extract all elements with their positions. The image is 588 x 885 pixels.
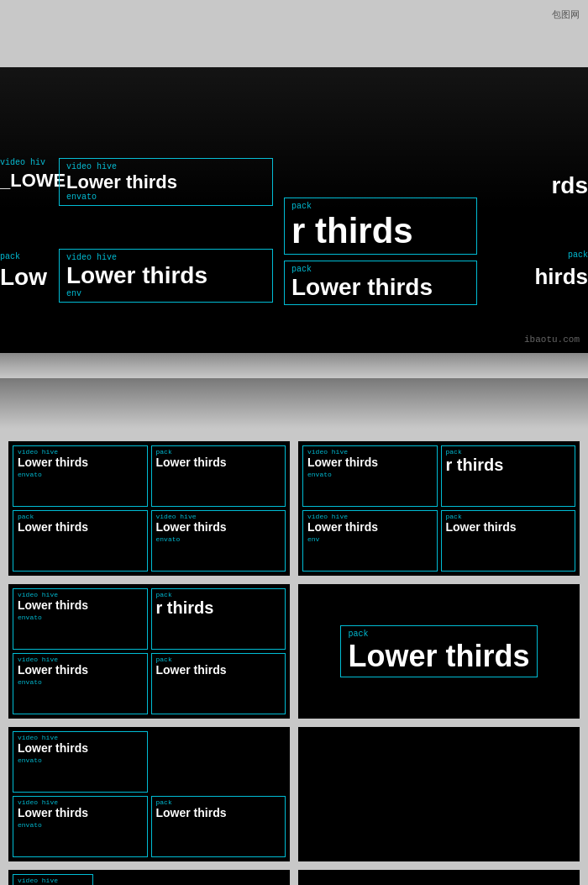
- card1-main-text: Lower thirds: [66, 172, 265, 192]
- thumb-box-1-right: video hive Lower thirds envato pack r th…: [298, 441, 580, 576]
- mini-card-10: pack r thirds: [151, 588, 286, 650]
- edge-text-right-main1: rds: [551, 172, 588, 199]
- edge-text-right-top2: pack: [568, 250, 588, 260]
- edge-text-right-main2: hirds: [534, 264, 588, 290]
- thumb-box-2-left: video hive Lower thirds envato pack r th…: [8, 584, 290, 719]
- edge-text-left-main1: _LOWE: [0, 170, 66, 192]
- monitor-stand: [0, 353, 588, 378]
- mini-card-large-1: pack Lower thirds: [340, 625, 537, 677]
- mini-card-14-area: [151, 731, 286, 793]
- thumb-row-4-partial: video hive Lower thirds: [8, 870, 580, 885]
- mini-card-8: pack Lower thirds: [441, 510, 576, 572]
- thumb-box-4-right: [298, 870, 580, 885]
- card3-sub-bottom: env: [66, 289, 265, 298]
- mini-card-4: video hive Lower thirds envato: [151, 510, 286, 572]
- ibaotu-watermark: ibaotu.com: [524, 335, 580, 345]
- top-gray-area: 包图网: [0, 0, 588, 67]
- edge-text-left-top1: video hiv: [0, 158, 45, 167]
- mini-card-3: pack Lower thirds: [13, 510, 148, 572]
- mini-card-17: video hive Lower thirds: [13, 874, 93, 885]
- thumb-box-4-left: video hive Lower thirds: [8, 870, 290, 885]
- mini-card-5: video hive Lower thirds envato: [302, 445, 438, 507]
- watermark-top-right: 包图网: [552, 8, 580, 21]
- thumb-box-2-right: pack Lower thirds: [298, 584, 580, 719]
- mini-card-15: video hive Lower thirds envato: [13, 796, 148, 857]
- main-card-1: video hive Lower thirds envato: [59, 158, 273, 206]
- thumb-box-3-right: [298, 727, 580, 861]
- card2-main-text: r thirds: [291, 212, 470, 250]
- stand-shadow: [0, 378, 588, 429]
- mini-card-13: video hive Lower thirds envato: [13, 731, 148, 793]
- mini-card-1: video hive Lower thirds envato: [13, 445, 148, 507]
- edge-text-left-main2: Low: [0, 264, 47, 291]
- edge-text-left-top2: pack: [0, 252, 20, 261]
- main-card-3: video hive Lower thirds env: [59, 249, 273, 303]
- mini-card-16: pack Lower thirds: [151, 796, 286, 857]
- thumb-box-1-left: video hive Lower thirds envato pack Lowe…: [8, 441, 290, 576]
- main-screen: video hiv _LOWE video hive Lower thirds …: [0, 67, 588, 353]
- main-card-4: pack Lower thirds: [284, 261, 477, 305]
- thumb-row-2: video hive Lower thirds envato pack r th…: [8, 584, 580, 719]
- mini-card-7: video hive Lower thirds env: [302, 510, 438, 572]
- card4-main-text: Lower thirds: [291, 275, 470, 301]
- mini-card-11: video hive Lower thirds envato: [13, 653, 148, 714]
- mini-card-9: video hive Lower thirds envato: [13, 588, 148, 650]
- card3-main-text: Lower thirds: [66, 263, 265, 289]
- mini-card-6: pack r thirds: [441, 445, 576, 507]
- card1-sub-bottom: envato: [66, 192, 265, 202]
- mini-card-12: pack Lower thirds: [151, 653, 286, 714]
- thumb-box-3-left: video hive Lower thirds envato video hiv…: [8, 727, 290, 861]
- mini-card-2: pack Lower thirds: [151, 445, 286, 507]
- thumbnails-section: video hive Lower thirds envato pack Lowe…: [0, 429, 588, 885]
- main-card-2: pack r thirds: [284, 198, 477, 255]
- thumb-row-1: video hive Lower thirds envato pack Lowe…: [8, 441, 580, 576]
- thumb-row-3: video hive Lower thirds envato video hiv…: [8, 727, 580, 861]
